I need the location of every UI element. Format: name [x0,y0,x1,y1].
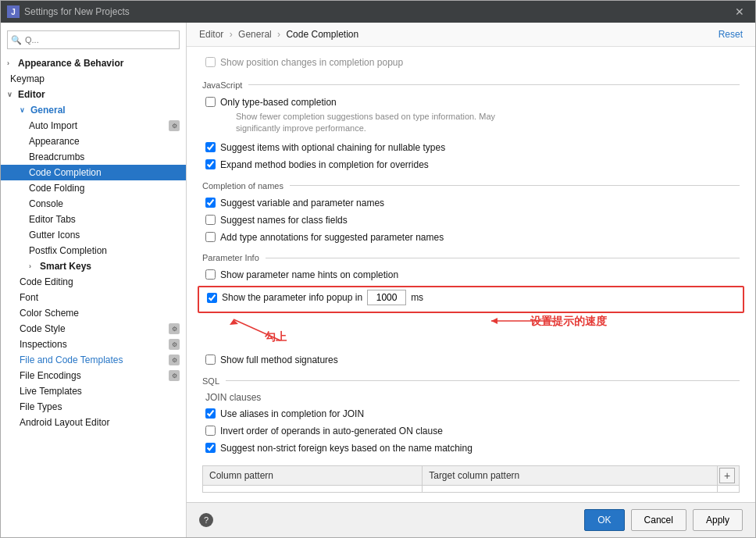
table-header-row: Column pattern Target column pattern + [202,461,740,493]
use-aliases-checkbox[interactable] [205,408,216,419]
sidebar-item-color-scheme[interactable]: Color Scheme [1,305,186,321]
sidebar-item-code-style[interactable]: Code Style ⚙ [1,321,186,337]
sidebar-item-android-layout-editor[interactable]: Android Layout Editor [1,415,186,430]
only-type-based-label: Only type-based completion [220,97,337,108]
expand-method-bodies-row: Expand method bodies in completion for o… [202,159,740,172]
param-popup-value-input[interactable] [367,290,406,305]
suggest-names-class-label: Suggest names for class fields [220,214,348,227]
breadcrumb-sep2: › [277,29,280,40]
table-row [423,486,718,493]
sidebar-item-file-types[interactable]: File Types [1,399,186,415]
help-button[interactable]: ? [199,513,213,527]
suggest-non-strict-checkbox[interactable] [205,443,216,453]
sidebar-item-postfix-completion[interactable]: Postfix Completion [1,243,186,258]
main-area: Editor › General › Code Completion Reset… [187,23,755,537]
add-pattern-button[interactable]: + [719,468,735,483]
sidebar-item-editor[interactable]: ∨ Editor [1,87,186,102]
suggest-variable-checkbox[interactable] [205,198,216,208]
section-line [248,84,740,85]
target-column-pattern-header: Target column pattern [423,466,718,486]
sidebar-label: File Encodings [20,370,81,381]
sidebar-item-live-templates[interactable]: Live Templates [1,383,186,399]
use-aliases-row: Use aliases in completion for JOIN [202,408,740,421]
invert-order-checkbox[interactable] [205,426,216,436]
search-input[interactable] [7,30,180,49]
settings-badge: ⚙ [169,339,180,350]
parameter-info-label: Parameter Info [202,253,259,262]
sidebar-item-inspections[interactable]: Inspections ⚙ [1,337,186,352]
search-box[interactable]: 🔍 [7,30,180,49]
sidebar-item-appearance[interactable]: Appearance [1,134,186,149]
join-clauses-label: JOIN clauses [202,392,740,403]
show-param-name-hints-label: Show parameter name hints on completion [220,269,398,282]
completion-names-label: Completion of names [202,181,284,191]
show-position-changes-checkbox[interactable] [205,57,216,67]
apply-button[interactable]: Apply [693,509,743,531]
only-type-based-sub: Show fewer completion suggestions based … [236,111,495,135]
expand-method-bodies-label: Expand method bodies in completion for o… [220,159,429,172]
settings-badge: ⚙ [169,370,180,381]
ok-button[interactable]: OK [584,509,624,531]
only-type-based-row: Only type-based completion Show fewer co… [202,96,740,138]
only-type-based-checkbox[interactable] [205,97,216,107]
show-param-popup-checkbox[interactable] [207,293,217,303]
param-popup-highlight: Show the parameter info popup in ms [198,286,744,313]
sidebar-label: Editor [18,89,45,100]
show-param-name-hints-row: Show parameter name hints on completion [202,269,740,282]
sidebar-label: Smart Keys [40,261,91,272]
show-param-name-hints-checkbox[interactable] [205,269,216,280]
bottom-bar: ? OK Cancel Apply [187,502,755,537]
sidebar-item-breadcrumbs[interactable]: Breadcrumbs [1,149,186,165]
sql-section-divider: SQL [202,376,740,386]
sidebar-item-gutter-icons[interactable]: Gutter Icons [1,227,186,243]
add-type-annotations-row: Add type annotations for suggested param… [202,231,740,244]
cancel-button[interactable]: Cancel [631,509,686,531]
sidebar-label: File Types [20,401,62,412]
sidebar-item-file-encodings[interactable]: File Encodings ⚙ [1,368,186,383]
annotation-check: 勾上 [265,330,287,344]
show-param-popup-label: Show the parameter info popup in [222,292,362,303]
suggest-names-class-row: Suggest names for class fields [202,214,740,227]
show-full-method-checkbox[interactable] [205,355,216,365]
settings-window: J Settings for New Projects ✕ 🔍 › Appear… [0,0,756,538]
expand-method-bodies-checkbox[interactable] [205,159,216,169]
sidebar: 🔍 › Appearance & Behavior Keymap ∨ Edito… [1,23,187,537]
close-button[interactable]: ✕ [730,4,749,20]
sidebar-item-appearance-behavior[interactable]: › Appearance & Behavior [1,55,186,71]
add-type-annotations-checkbox[interactable] [205,232,216,242]
sidebar-item-code-editing[interactable]: Code Editing [1,274,186,290]
show-full-method-row: Show full method signatures [202,354,740,367]
sidebar-label: Live Templates [20,386,82,397]
sidebar-item-auto-import[interactable]: Auto Import ⚙ [1,118,186,134]
table-row [203,486,423,493]
sidebar-label: Code Folding [29,183,84,194]
app-icon: J [7,5,20,18]
invert-order-row: Invert order of operands in auto-generat… [202,425,740,438]
svg-marker-1 [230,319,238,325]
reset-link[interactable]: Reset [719,29,743,40]
settings-badge: ⚙ [169,355,180,365]
sidebar-label: Code Completion [29,167,102,178]
sidebar-item-code-completion[interactable]: Code Completion [1,165,186,180]
sidebar-item-font[interactable]: Font [1,290,186,305]
sidebar-item-general[interactable]: ∨ General [1,102,186,118]
sidebar-item-editor-tabs[interactable]: Editor Tabs [1,212,186,227]
suggest-optional-chaining-checkbox[interactable] [205,142,216,152]
main-scroll: Show position changes in completion popu… [187,47,755,502]
chevron-right-icon: › [7,59,15,67]
sidebar-label: Code Style [20,323,66,334]
search-icon: 🔍 [11,35,22,45]
section-line3 [266,258,740,258]
breadcrumb-bar: Editor › General › Code Completion Reset [187,23,755,47]
sidebar-label: File and Code Templates [20,355,123,365]
breadcrumb-sep1: › [230,29,233,40]
suggest-optional-chaining-row: Suggest items with optional chaining for… [202,141,740,155]
sidebar-item-code-folding[interactable]: Code Folding [1,180,186,196]
sidebar-item-keymap[interactable]: Keymap [1,71,186,87]
sidebar-item-file-code-templates[interactable]: File and Code Templates ⚙ [1,352,186,368]
column-pattern-table: Column pattern Target column pattern + [202,465,740,493]
sidebar-item-console[interactable]: Console [1,196,186,212]
suggest-names-class-checkbox[interactable] [205,215,216,225]
sidebar-label: Keymap [10,73,45,84]
sidebar-item-smart-keys[interactable]: › Smart Keys [1,258,186,274]
